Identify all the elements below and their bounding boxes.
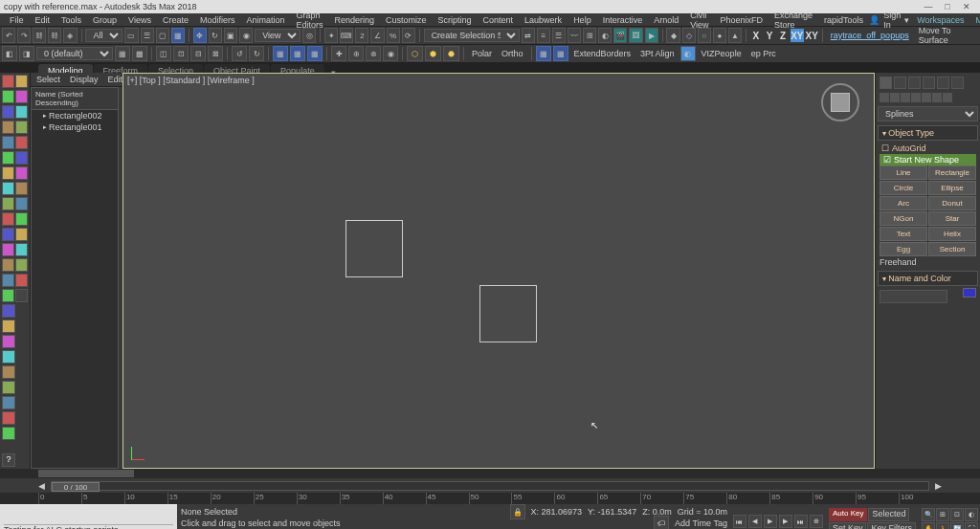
play-button[interactable]: ▶ — [764, 515, 777, 528]
select-region-button[interactable]: ▢ — [156, 28, 169, 43]
polar-button[interactable]: Polar — [468, 49, 496, 58]
shape-category-dropdown[interactable]: Splines — [878, 106, 978, 121]
create-tab[interactable] — [880, 77, 892, 89]
scene-item-rectangle002[interactable]: Rectangle002 — [32, 110, 118, 121]
pivot-center-button[interactable]: ◎ — [302, 28, 316, 43]
nav-orbit[interactable]: 🔄 — [950, 522, 964, 530]
palette-btn-2[interactable] — [15, 75, 28, 88]
coord-y[interactable]: Y: -161.5347 — [588, 507, 636, 517]
display-tab[interactable] — [937, 77, 949, 89]
menu-customize[interactable]: Customize — [380, 15, 433, 25]
palette-btn-9[interactable] — [2, 136, 14, 149]
palette-btn-13[interactable] — [2, 166, 14, 180]
select-mode[interactable]: Select — [36, 75, 60, 84]
menu-help[interactable]: Help — [568, 15, 597, 25]
rectangle-button[interactable]: Rectangle — [928, 165, 976, 180]
nav-pan[interactable]: ✋ — [922, 522, 935, 530]
palette-btn-8[interactable] — [15, 121, 28, 134]
layer-dropdown[interactable]: 0 (default) — [36, 47, 113, 60]
link-button[interactable]: ⛓ — [33, 28, 46, 43]
helpers-icon[interactable] — [922, 93, 931, 102]
menu-content[interactable]: Content — [478, 15, 520, 25]
scale-button[interactable]: ▣ — [224, 28, 237, 43]
key-mode-button[interactable]: ⊕ — [810, 515, 823, 528]
signin-button[interactable]: Sign In — [883, 11, 901, 30]
palette-btn-1[interactable] — [2, 75, 14, 88]
menu-interactive[interactable]: Interactive — [597, 15, 649, 25]
axis-x[interactable]: X — [750, 29, 762, 42]
menu-file[interactable]: File — [4, 15, 30, 25]
tool-k[interactable]: ▦ — [273, 46, 288, 61]
tool-m[interactable]: ▦ — [307, 46, 323, 61]
menu-tools[interactable]: Tools — [56, 15, 87, 25]
menu-modifiers[interactable]: Modifiers — [194, 15, 241, 25]
add-time-tag[interactable]: Add Time Tag — [675, 518, 727, 528]
ref-coord-system[interactable]: View — [255, 29, 301, 42]
snap-2d-button[interactable]: 2 — [355, 28, 368, 43]
scene-item-rectangle001[interactable]: Rectangle001 — [32, 121, 118, 133]
epprc-button[interactable]: ep Prc — [747, 49, 780, 58]
helix-button[interactable]: Helix — [928, 227, 976, 241]
tool-p[interactable]: ⊗ — [366, 46, 381, 61]
time-thumb[interactable]: 0 / 100 — [52, 482, 100, 492]
tool-d[interactable]: ▩ — [132, 46, 147, 61]
tool-s[interactable]: ⬢ — [425, 46, 441, 61]
select-button[interactable]: ▭ — [124, 28, 138, 43]
star-button[interactable]: Star — [928, 211, 976, 226]
menu-phoenixfd[interactable]: PhoenixFD — [715, 15, 769, 25]
name-color-header[interactable]: ▾ Name and Color — [878, 271, 978, 286]
palette-btn-3[interactable] — [2, 90, 14, 103]
palette-btn-39[interactable] — [2, 427, 15, 440]
palette-btn-15[interactable] — [2, 182, 14, 195]
tool-b[interactable]: ◨ — [19, 46, 34, 61]
text-button[interactable]: Text — [880, 227, 927, 241]
menu-laubwerk[interactable]: Laubwerk — [519, 15, 568, 25]
select-name-button[interactable]: ☰ — [141, 28, 154, 43]
toolbar-icon-d[interactable]: ● — [713, 28, 726, 43]
toolbar-icon-c[interactable]: ○ — [698, 28, 711, 43]
key-target-dropdown[interactable]: Selected — [868, 508, 909, 521]
menu-grapheditors[interactable]: Graph Editors — [290, 11, 328, 30]
timeline-prev-icon[interactable]: ◀ — [38, 481, 45, 491]
render-frame-button[interactable]: 🖼 — [629, 28, 642, 43]
tool-l[interactable]: ▦ — [290, 46, 305, 61]
axis-y[interactable]: Y — [764, 29, 775, 42]
menu-rendering[interactable]: Rendering — [329, 15, 381, 25]
rotate-button[interactable]: ↻ — [209, 28, 222, 43]
viewport-label[interactable]: [+] [Top ] [Standard ] [Wireframe ] — [127, 76, 255, 85]
rectangle001-shape[interactable] — [479, 285, 537, 342]
viewport[interactable]: [+] [Top ] [Standard ] [Wireframe ] ↖ — [122, 73, 875, 469]
spacewarp-icon[interactable] — [932, 93, 942, 102]
mirror-button[interactable]: ⇄ — [522, 28, 535, 43]
schematic-button[interactable]: ⊞ — [583, 28, 596, 43]
axis-xy[interactable]: XY — [791, 29, 803, 42]
tool-f[interactable]: ⊡ — [173, 46, 189, 61]
palette-btn-33[interactable] — [2, 335, 15, 348]
unlink-button[interactable]: ⛓ — [48, 28, 61, 43]
tool-g[interactable]: ⊟ — [190, 46, 206, 61]
snap-percent-button[interactable]: % — [387, 28, 400, 43]
undo-button[interactable]: ↶ — [2, 28, 15, 43]
keyboard-shortcut-button[interactable]: ⌨ — [340, 28, 353, 43]
display-mode[interactable]: Display — [70, 75, 99, 84]
rectangle002-shape[interactable] — [345, 220, 403, 277]
tool-o[interactable]: ⊕ — [348, 46, 364, 61]
shapes-icon[interactable] — [890, 93, 900, 102]
time-slider[interactable]: ◀ 0 / 100 ▶ — [0, 478, 980, 493]
menu-exchange[interactable]: Exchange Store — [768, 11, 818, 30]
palette-btn-21[interactable] — [2, 228, 14, 241]
axis-z[interactable]: Z — [777, 29, 789, 42]
raytrace-link[interactable]: raytrace_off_popups — [827, 31, 913, 40]
palette-btn-16[interactable] — [15, 182, 28, 195]
render-button[interactable]: ▶ — [645, 28, 658, 43]
autogrid-checkbox[interactable]: ☐AutoGrid — [880, 143, 976, 154]
toolbar-icon-b[interactable]: ◇ — [682, 28, 696, 43]
named-selection-set[interactable]: Create Selection Se — [424, 29, 520, 42]
cameras-icon[interactable] — [911, 93, 921, 102]
menu-civilview[interactable]: Civil View — [684, 11, 714, 30]
nav-maximize[interactable]: ⛶ — [965, 522, 978, 530]
palette-btn-27[interactable] — [2, 274, 14, 287]
edit-mode[interactable]: Edit — [108, 75, 123, 84]
hierarchy-tab[interactable] — [908, 77, 921, 89]
tool-e[interactable]: ◫ — [156, 46, 171, 61]
